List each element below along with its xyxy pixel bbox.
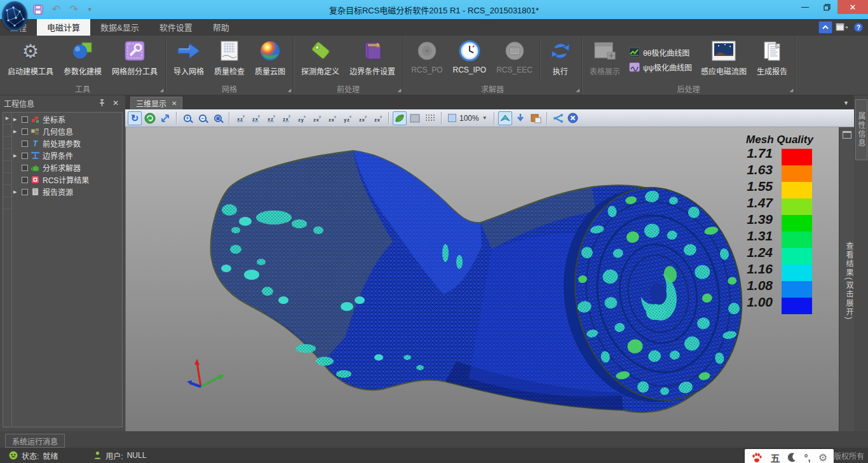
zoom-out-icon[interactable]: − [196,111,210,125]
clip-icon[interactable] [498,111,512,125]
tree-item-边界条件[interactable]: ▶边界条件 [12,149,122,162]
gear-small-icon[interactable]: ⚙ [818,452,827,463]
tab-3d-display[interactable]: 三维显示 ✕ [130,97,182,109]
expander-icon[interactable]: ▶ [13,129,19,134]
ribbon-button-网格剖分工具[interactable]: 网格剖分工具 [107,37,163,83]
tree-checkbox[interactable] [22,189,28,195]
close-button[interactable]: ✕ [837,0,868,14]
ribbon-button-质量检查[interactable]: 质量检查 [209,37,250,83]
tree-checkbox[interactable] [22,177,28,183]
viewport-3d[interactable]: Mesh Quality 1.711.631.551.471.391.311.2… [125,127,839,431]
ribbon-button-ψψ极化曲线图[interactable]: ψψ极化曲线图 [629,62,692,73]
scene-icon[interactable] [529,111,543,125]
tree-checkbox[interactable] [22,141,28,147]
tab-system-messages[interactable]: 系统运行消息 [5,434,65,448]
result-icon [31,176,40,184]
tab-list-dropdown-icon[interactable]: ▼ [843,100,849,106]
ribbon-button-质量云图[interactable]: 质量云图 [250,37,290,83]
ime-wubi-mode[interactable]: 五 [770,451,780,463]
legend-value: 1.63 [732,162,782,177]
shade-smooth-icon[interactable] [393,111,407,125]
tree-item-报告资源[interactable]: ▶报告资源 [12,186,122,198]
moon-icon[interactable] [787,452,796,462]
more-icon[interactable]: ▼ [87,3,93,16]
expander-icon[interactable]: ▶ [13,190,19,195]
baidu-paw-icon[interactable] [751,452,763,463]
view-button-8[interactable]: xyz [340,111,354,125]
pin-icon[interactable] [98,99,110,107]
view-button-3[interactable]: yxz [264,111,278,125]
ribbon-button-label: RCS_PO [411,66,442,74]
view-button-10[interactable]: yzx [370,111,384,125]
tree-checkbox[interactable] [22,128,28,135]
punct-icon[interactable]: °, [804,452,810,463]
tree-checkbox[interactable] [22,116,28,123]
orbit-icon[interactable] [143,111,157,125]
ribbon-button-启动建模工具[interactable]: ⚙启动建模工具 [3,37,58,83]
collapse-ribbon-icon[interactable] [818,21,832,34]
points-icon[interactable] [423,111,437,125]
tab-properties[interactable]: 属性信息 [855,99,867,160]
tab-close-icon[interactable]: ✕ [172,100,177,107]
close-panel-icon[interactable]: ✕ [110,99,121,107]
tree-item-RCS计算结果[interactable]: RCS计算结果 [12,174,122,186]
zoom-scale-select[interactable]: 100%▼ [445,114,490,123]
flow-icon[interactable] [551,111,565,125]
group-expand-icon[interactable]: ◢ [160,88,163,93]
view-button-4[interactable]: yzx [279,111,293,125]
menu-tab-电磁计算[interactable]: 电磁计算 [37,19,90,36]
expander-icon[interactable]: ▶ [13,117,19,122]
ribbon-tab-row: 工程电磁计算数据&显示软件设置帮助? [0,19,868,36]
menu-tab-帮助[interactable]: 帮助 [203,19,240,36]
cancel-icon[interactable] [566,111,580,125]
group-expand-icon[interactable]: ◢ [288,88,291,93]
tree-item-坐标系[interactable]: ▶坐标系 [12,113,122,125]
zoom-in-icon[interactable]: + [180,111,194,125]
ribbon-button-label: RCS_IPO [452,66,486,74]
ribbon-button-探测角定义[interactable]: 探测角定义 [296,37,344,83]
save-icon[interactable] [33,4,43,15]
tab-3d-display-label: 三维显示 [136,98,166,109]
zoom-fit-icon[interactable]: ▣ [211,111,225,125]
menu-tab-数据&显示[interactable]: 数据&显示 [90,19,149,36]
ribbon-button-执行[interactable]: 执行 [542,37,579,83]
connector-icon [504,38,526,64]
tree-item-前处理参数[interactable]: T前处理参数 [12,137,122,149]
ime-toolbar[interactable]: 五°,⚙ [745,449,834,463]
view-button-2[interactable]: yzx [248,111,262,125]
tree-item-几何信息[interactable]: ▶几何信息 [12,125,122,137]
ribbon-button-导入网格[interactable]: 导入网格 [168,37,209,83]
view-button-9[interactable]: yzx [355,111,369,125]
pan-icon[interactable] [158,111,172,125]
view-button-5[interactable]: xzy [294,111,308,125]
rotate-icon[interactable]: ↻ [128,111,142,125]
ribbon-button-参数化建模[interactable]: 参数化建模 [58,37,107,83]
viewport-toolbar: ↻+−▣yxzyzxyxzyzxxzyyzxyzxxyzyzxyzx100%▼ [125,109,854,127]
group-expand-icon[interactable]: ◢ [790,88,793,93]
ribbon-button-生成报告[interactable]: 生成报告 [752,37,792,83]
tree-checkbox[interactable] [22,165,28,171]
ribbon-button-label: 质量检查 [214,66,245,76]
ribbon-button-RCS_IPO[interactable]: RCS_IPO [447,37,491,83]
results-strip[interactable]: 查看结果(双击展开) [839,127,854,431]
shade-flat-icon[interactable] [408,111,422,125]
ribbon-button-感应电磁流图[interactable]: 感应电磁流图 [696,37,752,83]
group-expand-icon[interactable]: ◢ [576,88,579,93]
expander-icon[interactable]: ▶ [13,153,19,158]
restore-button[interactable] [816,0,837,14]
menu-tab-软件设置[interactable]: 软件设置 [149,19,203,36]
ribbon-button-θθ极化曲线图[interactable]: θθ极化曲线图 [629,47,692,58]
tree-item-分析求解器[interactable]: 分析求解器 [12,162,122,174]
minimize-button[interactable]: — [794,0,816,14]
group-expand-icon[interactable]: ◢ [398,88,401,93]
view-button-1[interactable]: yxz [233,111,247,125]
drop-arrow-icon[interactable] [513,111,527,125]
switch-window-icon[interactable] [835,21,849,34]
view-button-6[interactable]: yzx [309,111,323,125]
help-icon[interactable]: ? [851,21,865,34]
ribbon-button-边界条件设置[interactable]: 边界条件设置 [344,37,400,83]
tree-checkbox[interactable] [22,153,28,159]
view-button-7[interactable]: yzx [325,111,339,125]
redo-icon[interactable]: ↷ [69,3,78,16]
undo-icon[interactable]: ↶ [52,3,60,16]
